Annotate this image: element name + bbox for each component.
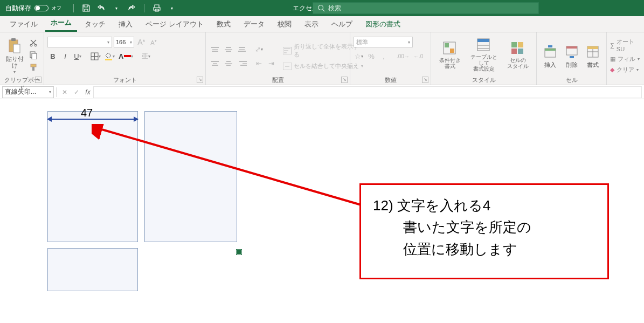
delete-cells-button[interactable]: 削除	[562, 41, 582, 68]
number-format-combo[interactable]: 標準▾	[354, 37, 413, 47]
format-as-table-icon	[476, 38, 491, 53]
align-bottom-button[interactable]	[236, 44, 248, 55]
svg-point-0	[318, 5, 323, 10]
cut-button[interactable]	[28, 37, 39, 48]
qat-customize-icon[interactable]: ▾	[167, 3, 177, 13]
tab-help[interactable]: ヘルプ	[326, 16, 358, 32]
enter-formula-button[interactable]: ✓	[71, 88, 82, 96]
phonetic-button[interactable]: 亜▾	[141, 51, 151, 61]
redo-icon[interactable]	[127, 3, 136, 13]
accounting-format-button[interactable]: ☆▾	[354, 51, 364, 61]
orientation-button[interactable]: ⤢▾	[253, 44, 264, 55]
svg-rect-14	[105, 59, 112, 60]
decrease-indent-icon: ⇤	[256, 59, 262, 67]
comma-icon: ,	[383, 52, 385, 60]
decrease-decimal-button[interactable]: ←.0	[412, 51, 424, 61]
svg-rect-19	[445, 43, 449, 47]
svg-rect-10	[32, 67, 34, 71]
font-name-combo[interactable]: ▾	[47, 37, 112, 47]
tab-page-layout[interactable]: ページ レイアウト	[140, 16, 209, 32]
tab-data[interactable]: データ	[238, 16, 270, 32]
svg-rect-8	[32, 53, 37, 59]
undo-dropdown-icon[interactable]: ▾	[112, 3, 121, 13]
bold-button[interactable]: B	[47, 51, 58, 61]
svg-rect-15	[124, 55, 131, 57]
increase-indent-button[interactable]: ⇥	[266, 58, 276, 69]
group-cells: 挿入 削除 書式 セル	[537, 32, 607, 85]
search-icon	[317, 4, 325, 12]
svg-rect-9	[31, 64, 36, 67]
tab-shape-format[interactable]: 図形の書式	[360, 16, 406, 32]
format-as-table-button[interactable]: テーブルとして 書式設定	[468, 38, 499, 72]
tab-view[interactable]: 表示	[299, 16, 324, 32]
dialog-launcher-icon[interactable]: ↘	[35, 77, 41, 83]
shape-rectangle-2[interactable]	[144, 111, 237, 242]
shape-rectangle-3[interactable]	[47, 248, 138, 291]
tab-touch[interactable]: タッチ	[79, 16, 111, 32]
decrease-font-button[interactable]: A▾	[148, 37, 159, 47]
align-center-button[interactable]	[223, 58, 234, 69]
italic-button[interactable]: I	[60, 51, 71, 61]
dialog-launcher-icon[interactable]: ↘	[341, 77, 348, 83]
undo-icon[interactable]	[96, 3, 106, 13]
check-icon: ✓	[74, 88, 79, 96]
cancel-formula-button[interactable]: ✕	[59, 88, 71, 96]
worksheet-canvas[interactable]: 47 12) 文字を入れる4 書いた文字を所定の 位置に移動します	[0, 99, 644, 323]
align-left-button[interactable]	[209, 58, 221, 69]
svg-rect-20	[450, 49, 454, 53]
align-top-button[interactable]	[209, 44, 221, 55]
copy-button[interactable]	[28, 50, 39, 60]
chevron-down-icon: ▾	[49, 90, 51, 94]
annotation-callout: 12) 文字を入れる4 書いた文字を所定の 位置に移動します	[359, 183, 609, 279]
chevron-down-icon: ▾	[130, 40, 132, 45]
tab-review[interactable]: 校閲	[272, 16, 297, 32]
dialog-launcher-icon[interactable]: ↘	[422, 77, 428, 83]
smart-tag-icon[interactable]	[236, 249, 242, 255]
clear-button[interactable]: ◆クリア▾	[610, 66, 639, 74]
search-box[interactable]: 検索	[313, 2, 539, 14]
name-box[interactable]: 直線矢印... ▾	[2, 86, 54, 98]
increase-decimal-button[interactable]: .00→	[396, 51, 411, 61]
paste-button[interactable]: 貼り付け ▾	[3, 35, 26, 74]
svg-rect-25	[511, 42, 517, 47]
save-icon[interactable]	[81, 3, 91, 13]
tab-file[interactable]: ファイル	[4, 16, 43, 32]
comma-button[interactable]: ,	[378, 51, 389, 61]
align-middle-button[interactable]	[223, 44, 234, 55]
font-size-combo[interactable]: 166▾	[114, 37, 134, 47]
underline-button[interactable]: U▾	[72, 51, 83, 61]
dialog-launcher-icon[interactable]: ↘	[197, 77, 203, 83]
conditional-formatting-button[interactable]: 条件付き 書式	[434, 41, 465, 69]
svg-rect-22	[477, 39, 489, 42]
tab-insert[interactable]: 挿入	[113, 16, 138, 32]
quickprint-icon[interactable]	[152, 3, 162, 13]
fill-button[interactable]: ▦フィル▾	[610, 55, 640, 63]
group-number: 標準▾ ☆▾ % , .00→ ←.0 数値↘	[350, 32, 431, 85]
tab-formulas[interactable]: 数式	[211, 16, 236, 32]
font-color-button[interactable]: A ▾	[117, 51, 134, 61]
cell-styles-button[interactable]: セルの スタイル	[502, 41, 533, 69]
fill-color-button[interactable]: ▾	[103, 51, 116, 61]
percent-button[interactable]: %	[366, 51, 377, 61]
format-painter-button[interactable]	[28, 62, 39, 73]
dimension-label[interactable]: 47	[81, 107, 93, 119]
borders-button[interactable]: ▾	[89, 51, 102, 61]
autosave-state: オフ	[52, 5, 61, 12]
tab-home[interactable]: ホーム	[45, 15, 77, 32]
increase-font-button[interactable]: A▴	[136, 37, 147, 47]
align-right-button[interactable]	[236, 58, 248, 69]
format-cells-button[interactable]: 書式	[583, 41, 603, 68]
insert-function-button[interactable]: fx	[82, 88, 93, 96]
autosum-button[interactable]: ∑オート SU	[610, 38, 641, 52]
shape-rectangle-1[interactable]	[47, 111, 138, 242]
align-bottom-icon	[237, 45, 247, 54]
fill-color-icon	[105, 52, 113, 60]
svg-rect-31	[548, 45, 552, 47]
formula-input[interactable]	[93, 86, 642, 98]
autosave-toggle[interactable]: 自動保存 オフ	[0, 4, 67, 13]
insert-cells-button[interactable]: 挿入	[540, 41, 560, 68]
align-center-icon	[224, 59, 233, 68]
increase-font-icon: A▴	[137, 38, 144, 46]
font-color-icon: A	[119, 52, 123, 60]
decrease-indent-button[interactable]: ⇤	[253, 58, 264, 69]
